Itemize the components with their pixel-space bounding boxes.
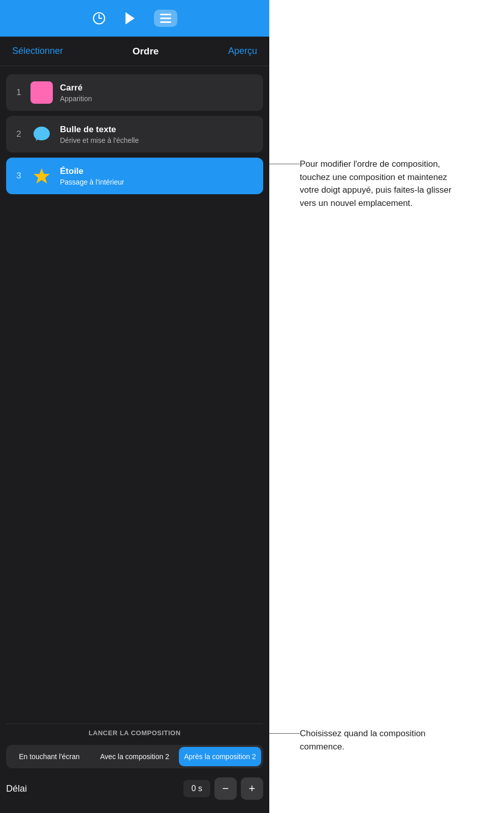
item-number: 3 <box>14 171 23 181</box>
list-item-selected[interactable]: 3 Étoile Passage à l'intérieur <box>6 158 263 194</box>
item-title: Bulle de texte <box>60 125 139 135</box>
preview-button[interactable]: Aperçu <box>228 46 257 56</box>
launch-label: LANCER LA COMPOSITION <box>6 724 263 739</box>
item-icon-star <box>30 165 53 187</box>
delay-label: Délai <box>6 784 27 794</box>
svg-marker-5 <box>34 168 50 184</box>
item-number: 2 <box>14 129 23 139</box>
list-area: 1 Carré Apparition 2 Bulle de texte Déri… <box>0 66 269 724</box>
trigger-btn-touch[interactable]: En touchant l'écran <box>8 747 90 766</box>
annotation-top: Pour modifier l'ordre de composition, to… <box>269 158 462 209</box>
delay-row: Délai 0 s − + <box>6 774 263 803</box>
annotation-line-bottom <box>269 733 300 734</box>
list-icon[interactable] <box>154 10 177 27</box>
item-text: Carré Apparition <box>60 83 92 103</box>
item-icon-bubble <box>30 123 53 145</box>
delay-plus-button[interactable]: + <box>241 777 263 800</box>
annotation-bottom: Choisissez quand la composition commence… <box>269 727 462 753</box>
item-subtitle: Apparition <box>60 95 92 103</box>
annotation-text-top: Pour modifier l'ordre de composition, to… <box>300 158 462 209</box>
play-icon[interactable] <box>124 12 136 25</box>
item-icon-square <box>30 81 53 104</box>
trigger-btn-with[interactable]: Avec la composition 2 <box>93 747 176 766</box>
item-text: Étoile Passage à l'intérieur <box>60 166 124 186</box>
trigger-btn-after[interactable]: Après la composition 2 <box>179 747 261 766</box>
nav-bar: Sélectionner Ordre Aperçu <box>0 37 269 66</box>
list-item[interactable]: 2 Bulle de texte Dérive et mise à l'éche… <box>6 116 263 153</box>
bottom-section: LANCER LA COMPOSITION En touchant l'écra… <box>0 724 269 813</box>
list-item[interactable]: 1 Carré Apparition <box>6 74 263 111</box>
item-subtitle: Passage à l'intérieur <box>60 178 124 186</box>
item-title: Étoile <box>60 166 124 176</box>
item-number: 1 <box>14 87 23 98</box>
annotation-panel: Pour modifier l'ordre de composition, to… <box>269 0 504 813</box>
phone-panel: Sélectionner Ordre Aperçu 1 Carré Appari… <box>0 0 269 813</box>
svg-rect-3 <box>160 18 171 19</box>
svg-rect-2 <box>160 14 171 15</box>
item-title: Carré <box>60 83 92 93</box>
item-subtitle: Dérive et mise à l'échelle <box>60 136 139 144</box>
replay-icon[interactable] <box>92 11 106 25</box>
delay-controls: 0 s − + <box>183 777 263 800</box>
trigger-buttons: En touchant l'écran Avec la composition … <box>6 745 263 768</box>
svg-rect-4 <box>160 21 171 23</box>
item-text: Bulle de texte Dérive et mise à l'échell… <box>60 125 139 144</box>
top-bar <box>0 0 269 37</box>
delay-minus-button[interactable]: − <box>214 777 237 800</box>
svg-marker-1 <box>125 12 135 24</box>
select-button[interactable]: Sélectionner <box>12 46 63 56</box>
delay-value: 0 s <box>183 780 210 797</box>
annotation-line-top <box>269 164 300 164</box>
annotation-text-bottom: Choisissez quand la composition commence… <box>300 727 462 753</box>
nav-title: Ordre <box>133 46 159 57</box>
